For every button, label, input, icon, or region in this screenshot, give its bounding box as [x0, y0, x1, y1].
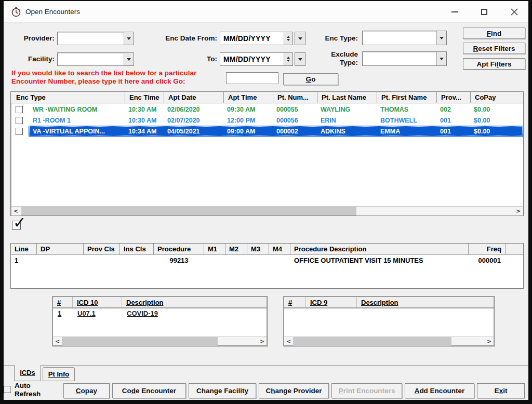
exit-button[interactable]: Exit [477, 383, 525, 398]
col-header-icd9[interactable]: ICD 9 [306, 297, 357, 307]
col-header-procedure[interactable]: Procedure [154, 244, 204, 254]
change-facility-button[interactable]: Change Facility [189, 383, 256, 398]
scroll-right-icon[interactable]: > [485, 337, 494, 346]
icd10-horizontal-scrollbar[interactable]: < > [53, 336, 267, 345]
spin-up-icon [287, 57, 290, 59]
encounter-row-cells: R1 -ROOM 1 10:30 AM 02/07/2020 12:00 PM … [29, 115, 523, 126]
close-button[interactable] [501, 4, 527, 20]
col-header-dp[interactable]: DP [37, 244, 84, 254]
procedure-row[interactable]: 1 99213 OFFICE OUTPATIENT VISIT 15 MINUT… [11, 255, 523, 266]
encounter-number-input[interactable] [226, 72, 278, 84]
col-header-line[interactable]: Line [11, 244, 37, 254]
date-from-spinner[interactable] [284, 32, 292, 45]
exclude-type-combobox[interactable] [362, 51, 447, 66]
col-header-enc-type[interactable]: Enc Type [11, 92, 125, 103]
icd9-horizontal-scrollbar[interactable]: < > [284, 336, 494, 345]
provider-dropdown-button[interactable] [124, 32, 134, 45]
date-to-spinner[interactable] [284, 53, 292, 65]
change-provider-button[interactable]: Change Provider [259, 383, 329, 398]
encounters-horizontal-scrollbar[interactable]: < > [11, 206, 523, 215]
col-header-m3[interactable]: M3 [247, 244, 269, 254]
enc-type-combobox[interactable] [362, 31, 447, 45]
row-checkbox[interactable] [16, 106, 23, 113]
scroll-right-icon[interactable]: > [514, 207, 523, 216]
date-from-calendar-button[interactable] [295, 32, 305, 45]
add-encounter-button[interactable]: Add Encounter [405, 383, 474, 398]
cell-dp [37, 255, 84, 266]
scrollbar-track[interactable] [20, 207, 514, 216]
cell-prov: 001 [436, 117, 470, 124]
col-header-enc-time[interactable]: Enc Time [125, 92, 164, 103]
col-header-description[interactable]: Description [357, 297, 494, 307]
facility-combobox[interactable] [57, 52, 134, 66]
reset-filters-button[interactable]: Reset Filters [463, 43, 525, 54]
cell-procedure: 99213 [154, 255, 204, 266]
select-all-checkbox[interactable]: ✓ [12, 221, 21, 230]
chevron-down-icon [127, 58, 131, 61]
col-header-apt-time[interactable]: Apt Time [224, 92, 273, 103]
col-header-copay[interactable]: CoPay [471, 92, 524, 103]
maximize-button[interactable] [471, 4, 497, 20]
tab-pt-info[interactable]: Pt Info [43, 367, 75, 381]
col-header-freq[interactable]: Freq [469, 244, 506, 254]
go-button[interactable]: Go [283, 73, 338, 85]
encounter-row[interactable]: R1 -ROOM 1 10:30 AM 02/07/2020 12:00 PM … [11, 115, 523, 126]
cell-prov-cls [84, 255, 120, 266]
icd10-panel: # ICD 10 Description 1 U07.1 COVID-19 < … [52, 296, 268, 346]
icd10-row[interactable]: 1 U07.1 COVID-19 [53, 308, 267, 319]
col-header-ins-cls[interactable]: Ins Cls [120, 244, 154, 254]
scrollbar-thumb[interactable] [293, 337, 451, 346]
cell-pt-first-name: THOMAS [376, 106, 436, 113]
exclude-type-dropdown-button[interactable] [436, 52, 446, 65]
cell-number: 1 [53, 308, 73, 319]
minimize-icon [451, 11, 458, 12]
col-header-m1[interactable]: M1 [204, 244, 225, 254]
col-header-pt-first-name[interactable]: Pt. First Name [377, 92, 437, 103]
minimize-button[interactable] [442, 4, 468, 20]
find-button[interactable]: Find [463, 28, 525, 39]
provider-combobox[interactable] [57, 32, 134, 45]
col-header-prov-cls[interactable]: Prov Cls [84, 244, 120, 254]
tab-icds[interactable]: ICDs [14, 365, 41, 381]
encounter-row-cells: VA -VIRTUAL APPOIN... 10:34 AM 04/05/202… [29, 126, 523, 137]
auto-refresh-checkbox[interactable] [4, 386, 11, 393]
col-header-icd10[interactable]: ICD 10 [73, 297, 122, 307]
scrollbar-track[interactable] [293, 337, 485, 346]
col-header-pt-last-name[interactable]: Pt. Last Name [317, 92, 377, 103]
cell-enc-time: 10:30 AM [124, 117, 163, 124]
facility-dropdown-button[interactable] [124, 53, 134, 65]
enc-type-dropdown-button[interactable] [436, 31, 446, 45]
code-encounter-button[interactable]: Code Encounter [112, 383, 186, 398]
scrollbar-thumb[interactable] [21, 207, 356, 216]
row-checkbox[interactable] [16, 128, 23, 135]
scroll-right-icon[interactable]: > [258, 337, 267, 346]
col-header-m2[interactable]: M2 [225, 244, 247, 254]
scroll-left-icon[interactable]: < [284, 337, 293, 346]
col-header-apt-date[interactable]: Apt Date [164, 92, 224, 103]
exclude-type-value [363, 52, 436, 65]
encounter-row-selected[interactable]: VA -VIRTUAL APPOIN... 10:34 AM 04/05/202… [11, 126, 523, 137]
cell-apt-time: 12:00 PM [223, 117, 272, 124]
date-to-calendar-button[interactable] [295, 52, 305, 66]
col-header-number[interactable]: # [284, 297, 306, 307]
scroll-left-icon[interactable]: < [53, 337, 62, 346]
enc-date-to-field[interactable]: MM/DD/YYYY [220, 52, 293, 66]
scrollbar-thumb[interactable] [62, 337, 218, 346]
apt-filters-button[interactable]: Apt Filters [463, 58, 525, 70]
col-header-description[interactable]: Description [122, 297, 267, 307]
chevron-down-icon [440, 58, 444, 60]
col-header-number[interactable]: # [53, 297, 73, 307]
cell-pt-first-name: EMMA [376, 128, 436, 135]
col-header-pt-num[interactable]: Pt. Num... [273, 92, 317, 103]
provider-label: Provider: [8, 34, 55, 42]
enc-date-from-field[interactable]: MM/DD/YYYY [220, 32, 293, 45]
encounter-row[interactable]: WR -WAITING ROOM 10:30 AM 02/06/2020 09:… [11, 104, 523, 115]
row-checkbox[interactable] [16, 117, 23, 124]
enc-date-from-label: Enc Date From: [157, 34, 217, 42]
cell-pt-last-name: ADKINS [316, 128, 376, 135]
copay-button[interactable]: Copay [63, 383, 110, 398]
col-header-procedure-description[interactable]: Procedure Description [290, 244, 469, 254]
col-header-m4[interactable]: M4 [269, 244, 290, 254]
scrollbar-track[interactable] [62, 337, 258, 346]
col-header-prov[interactable]: Prov... [437, 92, 471, 103]
